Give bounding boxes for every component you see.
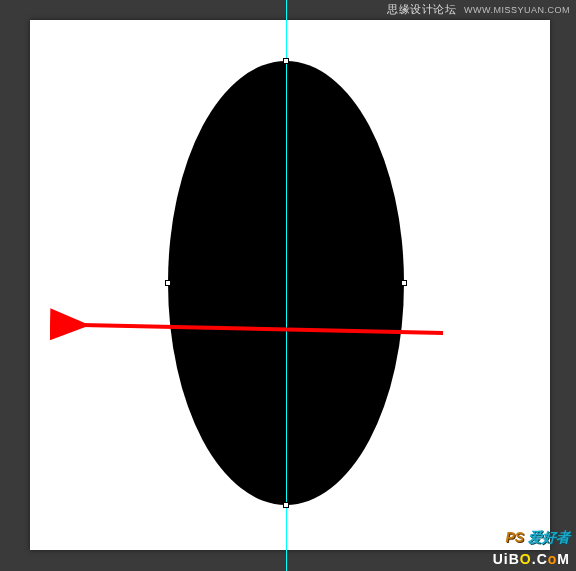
- watermark-top-text: 思缘设计论坛: [387, 3, 456, 15]
- transform-handle-right[interactable]: [401, 280, 407, 286]
- transform-handle-left[interactable]: [165, 280, 171, 286]
- workspace: 思缘设计论坛 WWW.MISSYUAN.COM PS 爱好者 UiBO.CoM: [0, 0, 576, 571]
- watermark-bottom: UiBO.CoM: [493, 551, 570, 567]
- watermark-mid-right: PS 爱好者: [505, 529, 570, 547]
- transform-handle-bottom[interactable]: [283, 502, 289, 508]
- watermark-top-url: WWW.MISSYUAN.COM: [464, 5, 570, 15]
- transform-handle-top[interactable]: [283, 58, 289, 64]
- watermark-cn: 爱好者: [528, 529, 570, 545]
- vertical-guide[interactable]: [286, 0, 287, 571]
- watermark-top: 思缘设计论坛 WWW.MISSYUAN.COM: [387, 2, 570, 17]
- watermark-ps: PS: [505, 529, 524, 545]
